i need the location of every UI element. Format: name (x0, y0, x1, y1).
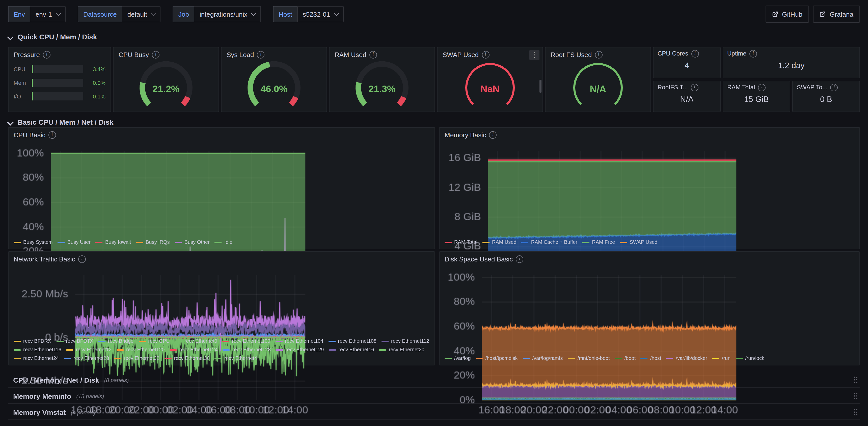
legend-item[interactable]: recv Ethernet12 (66, 346, 112, 353)
legend-item[interactable]: RAM Used (483, 239, 517, 246)
legend-item[interactable]: /host/tpcmdisk (476, 355, 518, 362)
legend-item[interactable]: recv Ethernet100 (222, 338, 270, 345)
info-icon[interactable]: i (482, 51, 489, 58)
legend-item[interactable]: recv Ethernet116 (13, 346, 61, 353)
legend-item[interactable]: recv Ethernet120 (117, 346, 164, 353)
row-cpu-memory-net-disk[interactable]: CPU / Memory / Net / Disk (8 panels) (8, 372, 860, 388)
legend-item[interactable]: recv Ethernet108 (329, 338, 376, 345)
github-link-button[interactable]: GitHub (765, 5, 809, 23)
legend-item[interactable]: recv Ethernet24 (13, 355, 59, 362)
legend-item[interactable]: /mnt/onie-boot (568, 355, 610, 362)
legend-item[interactable]: /boot (615, 355, 636, 362)
legend-item[interactable]: RAM Total (444, 239, 477, 246)
panel-header[interactable]: RAM Used i (330, 48, 434, 62)
variable-datasource-value[interactable]: default (122, 6, 161, 22)
legend-item[interactable]: Idle (215, 239, 232, 246)
panel-header[interactable]: SWAP To... i (793, 81, 860, 93)
legend-item[interactable]: recv Ethernet20 (379, 346, 425, 353)
panel-header[interactable]: SWAP Used i (437, 48, 542, 62)
variable-env-value[interactable]: env-1 (30, 6, 66, 22)
info-icon[interactable]: i (489, 131, 497, 139)
legend-item[interactable]: /run/lock (736, 355, 764, 362)
row-memory-meminfo[interactable]: Memory Meminfo (15 panels) (8, 389, 860, 404)
legend-item[interactable]: SWAP Used (620, 239, 657, 246)
legend-item[interactable]: recv BFDRX (13, 338, 51, 345)
legend-label: /boot (624, 355, 636, 362)
panel-header[interactable]: CPU Basic i (8, 128, 434, 142)
legend-item[interactable]: /var/log/ramfs (523, 355, 563, 362)
legend-item[interactable]: recv Ethernet0 (175, 338, 217, 345)
info-icon[interactable]: i (595, 51, 602, 58)
panel-header[interactable]: Memory Basic i (439, 128, 860, 142)
legend-item[interactable]: RAM Free (582, 239, 615, 246)
info-icon[interactable]: i (758, 84, 766, 91)
panel-header[interactable]: CPU Busy i (114, 48, 218, 62)
legend-item[interactable]: recv Ethernet32 (114, 355, 159, 362)
row-header-basic[interactable]: Basic CPU / Mem / Net / Disk (8, 116, 114, 129)
legend-label: recv Ethernet4 (224, 355, 257, 362)
panel-header[interactable]: Disk Space Used Basic i (439, 252, 860, 266)
legend-label: /run (722, 355, 731, 362)
legend-item[interactable]: /var/log (444, 355, 471, 362)
info-icon[interactable]: i (49, 131, 56, 139)
panel-header[interactable]: Sys Load i (221, 48, 327, 62)
legend-item[interactable]: recv Ethernet112 (381, 338, 429, 345)
legend-item[interactable]: recv Bridge (98, 338, 133, 345)
legend-item[interactable]: Busy User (58, 239, 91, 246)
grafana-link-button[interactable]: Grafana (813, 5, 860, 23)
legend-item[interactable]: recv Ethernet128 (223, 346, 271, 353)
legend-item[interactable]: recv Ethernet124 (169, 346, 217, 353)
pressure-fill (32, 92, 33, 100)
panel-header[interactable]: RAM Total i (723, 81, 790, 93)
info-icon[interactable]: i (369, 51, 377, 58)
variable-job-value[interactable]: integrations/unix (194, 6, 261, 22)
info-icon[interactable]: i (691, 84, 699, 91)
legend-item[interactable]: /host (641, 355, 661, 362)
legend-item[interactable]: /run (712, 355, 731, 362)
panel-header[interactable]: Network Traffic Basic i (8, 252, 434, 266)
legend-item[interactable]: recv BFDTX (56, 338, 93, 345)
legend-item[interactable]: Busy Iowait (96, 239, 131, 246)
row-header-quick[interactable]: Quick CPU / Mem / Disk (8, 30, 97, 43)
legend-item[interactable]: Busy Other (175, 239, 210, 246)
info-icon[interactable]: i (78, 255, 86, 263)
info-icon[interactable]: i (830, 84, 838, 91)
panel-header[interactable]: CPU Cores i (653, 48, 720, 60)
drag-handle-icon[interactable] (854, 392, 858, 400)
legend-color-icon (620, 242, 627, 243)
row-memory-vmstat[interactable]: Memory Vmstat (4 panels) (8, 405, 860, 420)
drag-handle-icon[interactable] (854, 408, 858, 416)
legend-label: recv Ethernet28 (73, 355, 109, 362)
panel-header[interactable]: Pressure i (8, 48, 111, 62)
legend-item[interactable]: /var/lib/docker (666, 355, 707, 362)
legend-item[interactable]: Busy System (13, 239, 53, 246)
legend-item[interactable]: Busy IRQs (136, 239, 170, 246)
legend-item[interactable]: recv Ethernet4 (215, 355, 257, 362)
info-icon[interactable]: i (43, 51, 51, 58)
legend-item[interactable]: recv Ethernet36 (164, 355, 210, 362)
legend-item[interactable]: recv Ethernet104 (275, 338, 323, 345)
gauge-value: N/A (546, 84, 651, 95)
variable-host[interactable]: Host s5232-01 (273, 6, 344, 22)
panel-header[interactable]: Root FS Used i (546, 48, 651, 62)
legend-color-icon (175, 340, 182, 342)
info-icon[interactable]: i (257, 51, 265, 58)
info-icon[interactable]: i (691, 50, 699, 57)
legend-item[interactable]: recv Ethernet28 (64, 355, 109, 362)
panel-header[interactable]: Uptime i (723, 48, 860, 60)
info-icon[interactable]: i (749, 50, 757, 57)
chevron-down-icon (7, 119, 13, 125)
legend-item[interactable]: RAM Cache + Buffer (522, 239, 578, 246)
panel-menu-icon[interactable]: ⋮ (529, 50, 539, 60)
legend-item[interactable]: recv Ethernet129 (276, 346, 324, 353)
variable-env[interactable]: Env env-1 (8, 6, 66, 22)
info-icon[interactable]: i (152, 51, 159, 58)
panel-header[interactable]: RootFS T... i (653, 81, 720, 93)
legend-item[interactable]: recv Ethernet16 (329, 346, 374, 353)
info-icon[interactable]: i (516, 255, 523, 263)
variable-datasource[interactable]: Datasource default (78, 6, 161, 22)
legend-item[interactable]: recv CPU (138, 338, 170, 345)
drag-handle-icon[interactable] (854, 376, 858, 384)
variable-job[interactable]: Job integrations/unix (173, 6, 261, 22)
variable-host-value[interactable]: s5232-01 (297, 6, 344, 22)
